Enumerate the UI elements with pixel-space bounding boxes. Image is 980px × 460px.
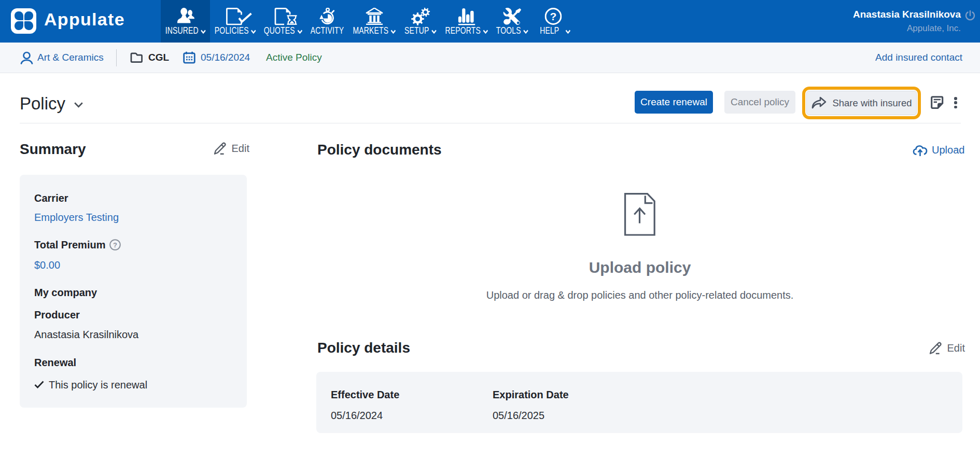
svg-text:?: ?: [550, 10, 557, 22]
svg-text:?: ?: [113, 241, 117, 249]
